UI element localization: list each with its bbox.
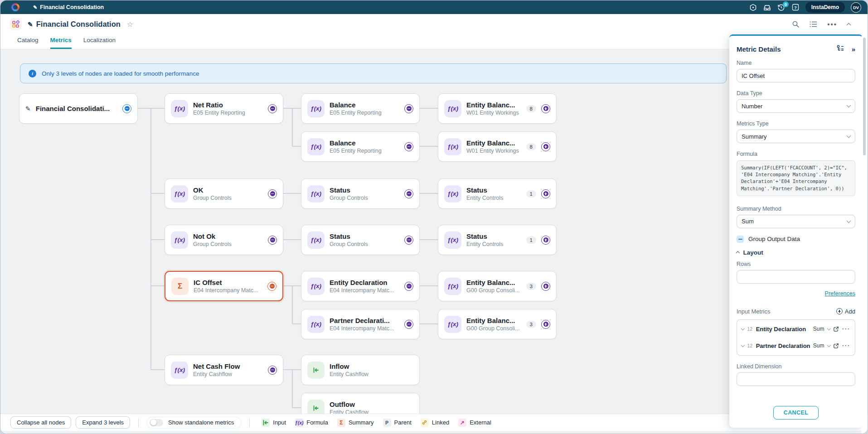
collapse-node-button[interactable] — [268, 189, 277, 198]
formula-value[interactable]: Summary(IF(LEFT('FCACCOUNT', 2)="IC", 'E… — [737, 160, 855, 196]
svg-text:?: ? — [794, 5, 797, 10]
collapse-node-button[interactable] — [404, 282, 413, 291]
metric-node-net-cash-flow[interactable]: ƒ(x)Net Cash FlowEntity Cashflow — [165, 355, 283, 385]
rows-input[interactable] — [737, 270, 855, 284]
scrollbar-thumb[interactable] — [863, 38, 866, 155]
expand-node-button[interactable] — [541, 320, 550, 329]
chevron-down-icon[interactable] — [827, 327, 830, 330]
search-icon[interactable] — [792, 20, 800, 28]
open-metric-icon[interactable] — [833, 326, 839, 332]
aggregation-select[interactable]: Sum — [813, 326, 824, 332]
more-icon[interactable]: ••• — [827, 20, 837, 28]
expand-node-button[interactable] — [541, 282, 550, 291]
app-grid-icon[interactable] — [10, 19, 21, 30]
expand-node-button[interactable] — [541, 236, 550, 245]
chevron-down-icon[interactable] — [741, 327, 745, 330]
divider — [138, 418, 139, 427]
indeterminate-checkbox[interactable] — [737, 236, 744, 243]
list-view-icon[interactable] — [810, 21, 817, 28]
metric-node-entity-declaration[interactable]: ƒ(x)Entity DeclarationE04 Intercompany M… — [301, 271, 420, 301]
topbar-title: ✎ Financial Consolidation — [33, 4, 104, 10]
tab-localization[interactable]: Localization — [83, 37, 116, 49]
collapse-chevron-icon[interactable] — [847, 22, 850, 27]
collapse-node-button[interactable] — [404, 142, 413, 151]
formula-icon: ƒ(x) — [444, 100, 461, 117]
collapse-all-button[interactable]: Collapse all nodes — [10, 416, 71, 429]
instademo-button[interactable]: InstaDemo — [805, 2, 845, 13]
metric-node-not-ok[interactable]: ƒ(x)Not OkGroup Controls — [165, 225, 283, 255]
metric-node-entity-balanc[interactable]: ƒ(x)Entity Balanc...G00 Group Consoli...… — [438, 309, 557, 339]
expand-levels-button[interactable]: Expand 3 levels — [76, 416, 130, 429]
layout-section-toggle[interactable]: Layout — [737, 249, 855, 256]
add-input-metric-button[interactable]: Add — [836, 308, 855, 315]
metric-node-entity-balanc[interactable]: ƒ(x)Entity Balanc...W01 Entity Workings8 — [438, 93, 557, 124]
metric-node-balance[interactable]: ƒ(x)BalanceE05 Entity Reporting — [301, 93, 420, 124]
collapse-node-button[interactable] — [267, 282, 276, 291]
metric-node-status[interactable]: ƒ(x)StatusEntity Controls1 — [438, 225, 557, 255]
metric-node-entity-balanc[interactable]: ƒ(x)Entity Balanc...W01 Entity Workings8 — [438, 131, 557, 162]
input-metrics-list: 12Entity DeclarationSum···12Partner Decl… — [737, 319, 855, 356]
node-title: Partner Declarati... — [330, 317, 399, 324]
collapse-node-button[interactable] — [268, 366, 277, 375]
row-more-icon[interactable]: ··· — [842, 342, 850, 349]
node-subtitle: Entity Controls — [466, 195, 521, 201]
collapse-node-button[interactable] — [404, 320, 413, 329]
inbox-icon[interactable] — [763, 3, 771, 11]
cancel-button[interactable]: CANCEL — [773, 406, 819, 420]
row-more-icon[interactable]: ··· — [842, 326, 850, 332]
linked-dimension-input[interactable] — [737, 372, 855, 386]
metric-node-status[interactable]: ƒ(x)StatusGroup Controls — [301, 225, 420, 255]
metric-node-ok[interactable]: ƒ(x)OKGroup Controls — [165, 178, 283, 209]
expand-node-button[interactable] — [541, 189, 550, 198]
tab-metrics[interactable]: Metrics — [50, 37, 72, 49]
node-subtitle: E04 Intercompany Matc... — [194, 287, 262, 294]
group-output-checkbox-row[interactable]: Group Output Data — [737, 236, 855, 243]
collapse-node-button[interactable] — [268, 104, 277, 113]
spotlight-icon[interactable] — [749, 3, 757, 11]
metric-node-partner-declarati[interactable]: ƒ(x)Partner Declarati...E04 Intercompany… — [301, 309, 420, 339]
child-count-badge: 8 — [526, 143, 536, 150]
summary-method-select[interactable]: Sum — [737, 215, 855, 228]
tree-view-icon[interactable] — [837, 45, 844, 53]
standalone-toggle[interactable] — [150, 419, 163, 426]
collapse-node-button[interactable] — [404, 236, 413, 245]
child-count-badge: 1 — [526, 190, 536, 198]
star-icon[interactable]: ☆ — [127, 20, 133, 29]
chevron-down-icon[interactable] — [741, 343, 745, 347]
formula-icon: ƒ(x) — [307, 138, 325, 155]
node-title: Net Ratio — [193, 101, 263, 109]
metric-node-ic-offset[interactable]: ΣIC OffsetE04 Intercompany Matc... — [165, 271, 283, 301]
data-type-select[interactable]: Number — [737, 99, 855, 113]
collapse-node-button[interactable] — [404, 189, 413, 198]
tab-catalog[interactable]: Catalog — [17, 37, 39, 49]
preferences-link[interactable]: Preferences — [825, 290, 855, 297]
metric-node-financial-consolidati[interactable]: ✎Financial Consolidati... — [19, 93, 138, 124]
metric-node-inflow[interactable]: InflowEntity Cashflow — [301, 355, 420, 385]
legend-item-summary: ΣSummary — [337, 419, 374, 427]
collapse-panel-icon[interactable]: » — [852, 45, 855, 53]
formula-icon: ƒ(x) — [171, 362, 188, 379]
collapse-node-button[interactable] — [404, 104, 413, 113]
formula-icon: ƒ(x) — [444, 185, 461, 203]
aggregation-select[interactable]: Sum — [813, 342, 824, 349]
edit-pen-icon: ✎ — [25, 105, 31, 112]
node-subtitle: E04 Intercompany Matc... — [330, 325, 399, 332]
metric-node-entity-balanc[interactable]: ƒ(x)Entity Balanc...G00 Group Consoli...… — [438, 271, 557, 301]
name-input[interactable]: IC Offset — [737, 69, 855, 82]
collapse-node-button[interactable] — [122, 104, 131, 113]
formula-icon: ƒ(x) — [307, 278, 325, 295]
edit-pen-icon: ✎ — [28, 21, 33, 28]
metric-node-status[interactable]: ƒ(x)StatusGroup Controls — [301, 178, 420, 209]
history-icon[interactable]: 0 — [777, 3, 786, 11]
metric-node-net-ratio[interactable]: ƒ(x)Net RatioE05 Entity Reporting — [165, 93, 283, 124]
help-icon[interactable]: ? — [791, 3, 800, 11]
metric-node-balance[interactable]: ƒ(x)BalanceE05 Entity Reporting — [301, 131, 420, 162]
collapse-node-button[interactable] — [268, 236, 277, 245]
metric-node-status[interactable]: ƒ(x)StatusEntity Controls1 — [438, 178, 557, 209]
expand-node-button[interactable] — [541, 104, 550, 113]
chevron-down-icon[interactable] — [827, 343, 830, 347]
metrics-type-select[interactable]: Summary — [737, 130, 855, 143]
avatar[interactable]: DV — [851, 2, 861, 13]
open-metric-icon[interactable] — [833, 343, 839, 349]
expand-node-button[interactable] — [541, 142, 550, 151]
